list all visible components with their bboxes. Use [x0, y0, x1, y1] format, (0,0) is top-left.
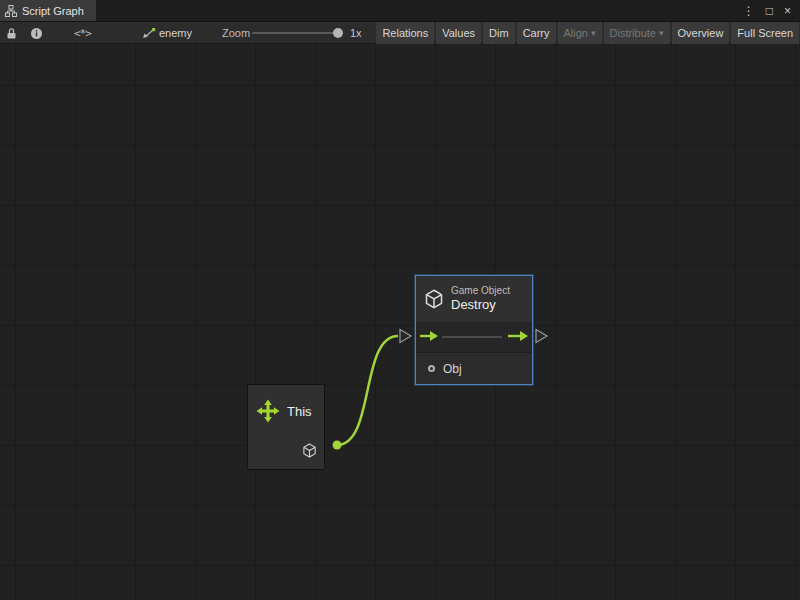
flow-input-arrow-icon[interactable]	[419, 328, 439, 346]
window-maximize-icon[interactable]: □	[766, 0, 773, 22]
connection-wire[interactable]	[337, 336, 398, 445]
destroy-node-obj-row: Obj	[416, 352, 532, 384]
chevron-down-icon: ▾	[591, 28, 596, 38]
graph-canvas[interactable]: Game Object Destroy Obj	[0, 44, 800, 600]
overview-button[interactable]: Overview	[672, 22, 730, 44]
this-output-cube-icon[interactable]	[302, 443, 317, 462]
zoom-value: 1x	[350, 22, 362, 44]
destroy-node-header[interactable]: Game Object Destroy	[416, 276, 532, 322]
game-object-cube-icon	[424, 289, 444, 309]
graph-pointer-icon	[142, 22, 156, 44]
inspect-code-icon[interactable]: <*>	[74, 22, 91, 44]
destroy-node-flow-row	[416, 322, 532, 352]
obj-input-port[interactable]	[428, 365, 435, 372]
carry-button[interactable]: Carry	[517, 22, 556, 44]
flow-out-port-triangle[interactable]	[536, 330, 547, 343]
node-title-label: Destroy	[451, 297, 510, 313]
graph-name-label: enemy	[159, 22, 192, 44]
title-bar: Script Graph ⋮ □ ×	[0, 0, 800, 22]
destroy-node[interactable]: Game Object Destroy Obj	[415, 275, 533, 385]
fullscreen-button[interactable]: Full Screen	[731, 22, 799, 44]
toolbar-buttons: Relations Values Dim Carry Align ▾ Distr…	[376, 22, 799, 44]
flow-output-arrow-icon[interactable]	[507, 328, 529, 346]
graph-toolbar: <*> enemy Zoom 1x Relations Values Dim C…	[0, 22, 800, 44]
tab-title: Script Graph	[22, 5, 84, 17]
this-node-title: This	[287, 404, 312, 419]
info-icon[interactable]	[30, 22, 43, 44]
lock-icon[interactable]	[6, 22, 17, 44]
tab-script-graph[interactable]: Script Graph	[0, 0, 96, 21]
zoom-slider-track[interactable]	[252, 32, 338, 34]
relations-button[interactable]: Relations	[376, 22, 434, 44]
window-menu-icon[interactable]: ⋮	[743, 0, 755, 22]
dim-button[interactable]: Dim	[483, 22, 515, 44]
flow-in-port-triangle[interactable]	[400, 330, 411, 343]
zoom-slider-knob[interactable]	[333, 28, 343, 38]
relation-line	[442, 336, 502, 338]
script-graph-icon	[5, 5, 17, 17]
distribute-dropdown[interactable]: Distribute ▾	[604, 22, 670, 44]
align-dropdown[interactable]: Align ▾	[558, 22, 602, 44]
zoom-label: Zoom	[222, 22, 250, 44]
chevron-down-icon: ▾	[659, 28, 664, 38]
this-node[interactable]: This	[247, 384, 325, 470]
this-move-icon	[256, 399, 280, 423]
obj-port-label: Obj	[443, 362, 462, 376]
titlebar-spacer	[96, 0, 743, 21]
this-output-port[interactable]	[333, 441, 342, 450]
values-button[interactable]: Values	[436, 22, 481, 44]
zoom-slider[interactable]	[252, 22, 338, 44]
node-category-label: Game Object	[451, 285, 510, 298]
window-close-icon[interactable]: ×	[784, 0, 791, 22]
